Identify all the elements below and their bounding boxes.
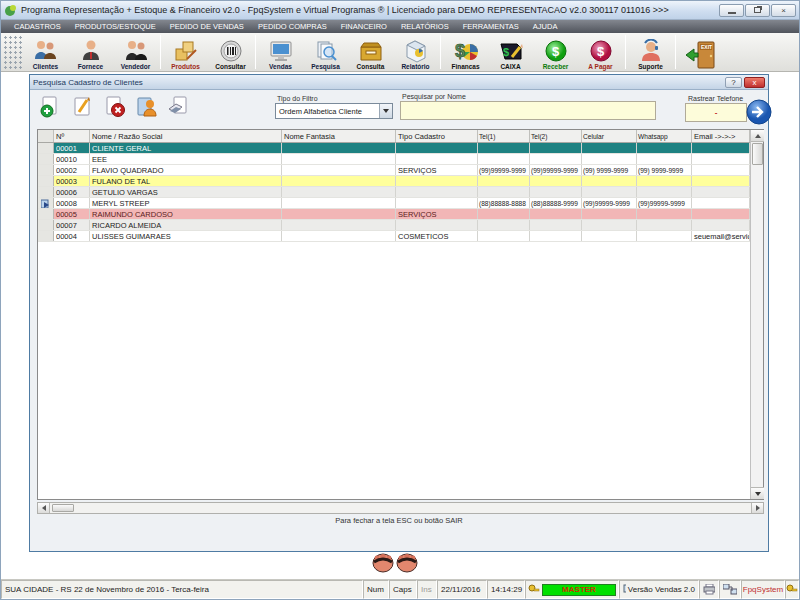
horizontal-scrollbar[interactable] bbox=[37, 502, 764, 514]
cell-email bbox=[692, 198, 750, 208]
toolbar-button-financas[interactable]: $ Financas bbox=[443, 34, 488, 71]
vertical-scroll-thumb[interactable] bbox=[752, 143, 763, 165]
svg-text:$: $ bbox=[503, 46, 509, 58]
menu-pedido-vendas[interactable]: PEDIDO DE VENDAS bbox=[163, 22, 251, 31]
menu-relatorios[interactable]: RELATÓRIOS bbox=[394, 22, 456, 31]
cell-num: 00006 bbox=[54, 187, 90, 197]
toolbar-button-vendedor[interactable]: Vendedor bbox=[113, 34, 158, 71]
cell-num: 00007 bbox=[54, 220, 90, 230]
cell-tel2: (88)88888-9999 bbox=[530, 198, 582, 208]
toolbar-button-fornecedor[interactable]: Fornece bbox=[68, 34, 113, 71]
cell-whatsapp bbox=[637, 176, 692, 186]
menu-cadastros[interactable]: CADASTROS bbox=[7, 22, 68, 31]
cell-email bbox=[692, 143, 750, 153]
phone-trace-input[interactable] bbox=[685, 103, 747, 122]
menu-ajuda[interactable]: AJUDA bbox=[526, 22, 565, 31]
cell-fantasia bbox=[282, 176, 396, 186]
vertical-scrollbar[interactable] bbox=[750, 130, 763, 499]
table-row-highlight-pink[interactable]: 00005 RAIMUNDO CARDOSO SERVIÇOS bbox=[38, 209, 750, 220]
filter-type-label: Tipo do Filtro bbox=[277, 95, 318, 102]
cell-whatsapp bbox=[637, 231, 692, 241]
toolbar-button-clientes[interactable]: Clientes bbox=[23, 34, 68, 71]
header-num[interactable]: Nº bbox=[54, 130, 90, 142]
cell-tipo: COSMETICOS bbox=[396, 231, 478, 241]
toolbar-button-pesquisa[interactable]: Pesquisa bbox=[303, 34, 348, 71]
toolbar-button-caixa[interactable]: $ CAIXA bbox=[488, 34, 533, 71]
toolbar-button-relatorio[interactable]: Relatório bbox=[393, 34, 438, 71]
toolbar-button-produtos[interactable]: Produtos bbox=[163, 34, 208, 71]
toolbar-button-apagar[interactable]: $ A Pagar bbox=[578, 34, 623, 71]
mdi-area: Pesquisa Cadastro de Clientes ? x bbox=[1, 72, 799, 579]
edit-record-button[interactable] bbox=[70, 93, 96, 121]
toolbar-button-consultar[interactable]: Consultar bbox=[208, 34, 253, 71]
cell-tel2 bbox=[530, 209, 582, 219]
header-email[interactable]: Email ->->-> bbox=[692, 130, 750, 142]
table-row[interactable]: 00004 ULISSES GUIMARAES COSMETICOS seuem… bbox=[38, 231, 750, 242]
filter-type-select[interactable]: Ordem Alfabetica Cliente bbox=[275, 103, 393, 119]
menu-ferramentas[interactable]: FERRAMENTAS bbox=[456, 22, 526, 31]
phone-trace-label: Rastrear Telefone bbox=[688, 95, 743, 102]
child-close-button[interactable]: x bbox=[744, 77, 765, 88]
window-title: Programa Representação + Estoque & Finan… bbox=[21, 5, 719, 15]
minimize-button[interactable] bbox=[719, 4, 744, 17]
horizontal-scroll-thumb[interactable] bbox=[52, 504, 74, 512]
header-tipo[interactable]: Tipo Cadastro bbox=[396, 130, 478, 142]
menu-produtos-estoque[interactable]: PRODUTOS/ESTOQUE bbox=[68, 22, 163, 31]
support-icon bbox=[638, 39, 664, 63]
search-name-input[interactable] bbox=[400, 101, 656, 120]
status-network[interactable] bbox=[719, 580, 741, 599]
toolbar-label: Consulta bbox=[357, 63, 385, 70]
cell-celular bbox=[582, 187, 637, 197]
table-row[interactable]: 00002 FLAVIO QUADRADO SERVIÇOS (99)99999… bbox=[38, 165, 750, 176]
toolbar-label: Suporte bbox=[638, 63, 663, 70]
scroll-right-button[interactable] bbox=[751, 503, 763, 513]
toolbar-button-consulta[interactable]: Consulta bbox=[348, 34, 393, 71]
cell-tipo bbox=[396, 154, 478, 164]
table-row[interactable]: 00007 RICARDO ALMEIDA bbox=[38, 220, 750, 231]
main-titlebar: Programa Representação + Estoque & Finan… bbox=[1, 1, 799, 20]
finance-icon: $ bbox=[453, 39, 479, 63]
header-whatsapp[interactable]: Whatsapp bbox=[637, 130, 692, 142]
toolbar-button-suporte[interactable]: Suporte bbox=[628, 34, 673, 71]
scroll-up-button[interactable] bbox=[751, 130, 764, 142]
toolbar-label: CAIXA bbox=[500, 63, 520, 70]
table-row-highlight-yellow[interactable]: 00003 FULANO DE TAL bbox=[38, 176, 750, 187]
up-arrow-icon bbox=[755, 134, 761, 138]
header-nome[interactable]: Nome / Razão Social bbox=[90, 130, 282, 142]
cell-num: 00005 bbox=[54, 209, 90, 219]
right-arrow-icon bbox=[756, 505, 760, 511]
table-row[interactable]: 00008 MERYL STREEP (88)88888-8888 (88)88… bbox=[38, 198, 750, 209]
header-celular[interactable]: Celular bbox=[582, 130, 637, 142]
cell-nome: EEE bbox=[90, 154, 282, 164]
header-fantasia[interactable]: Nome Fantasia bbox=[282, 130, 396, 142]
print-button[interactable] bbox=[166, 93, 192, 121]
cell-tel1 bbox=[478, 231, 530, 241]
table-row[interactable]: 00006 GETULIO VARGAS bbox=[38, 187, 750, 198]
search-go-button[interactable] bbox=[746, 99, 772, 125]
table-row-selected[interactable]: 00001 CLIENTE GERAL bbox=[38, 143, 750, 154]
row-gutter bbox=[38, 198, 54, 208]
cell-fantasia bbox=[282, 165, 396, 175]
toolbar-label: Financas bbox=[451, 63, 479, 70]
header-tel1[interactable]: Tel(1) bbox=[478, 130, 530, 142]
cell-nome: GETULIO VARGAS bbox=[90, 187, 282, 197]
menu-pedido-compras[interactable]: PEDIDO COMPRAS bbox=[251, 22, 334, 31]
toolbar-button-vendas[interactable]: Vendas bbox=[258, 34, 303, 71]
scroll-left-button[interactable] bbox=[38, 503, 50, 513]
cell-tel2 bbox=[530, 187, 582, 197]
close-button[interactable]: × bbox=[771, 4, 796, 17]
delete-record-button[interactable] bbox=[102, 93, 128, 121]
toolbar-button-receber[interactable]: $ Receber bbox=[533, 34, 578, 71]
client-card-button[interactable] bbox=[134, 93, 160, 121]
help-button[interactable]: ? bbox=[725, 77, 742, 88]
menu-financeiro[interactable]: FINANCEIRO bbox=[334, 22, 394, 31]
add-record-button[interactable] bbox=[38, 93, 64, 121]
scroll-down-button[interactable] bbox=[751, 487, 764, 499]
status-printer[interactable] bbox=[699, 580, 719, 599]
cell-tel1 bbox=[478, 209, 530, 219]
table-row[interactable]: 00010 EEE bbox=[38, 154, 750, 165]
restore-button[interactable] bbox=[745, 4, 770, 17]
products-icon bbox=[173, 39, 199, 63]
header-tel2[interactable]: Tel(2) bbox=[530, 130, 582, 142]
toolbar-button-exit[interactable]: EXIT bbox=[678, 34, 723, 71]
